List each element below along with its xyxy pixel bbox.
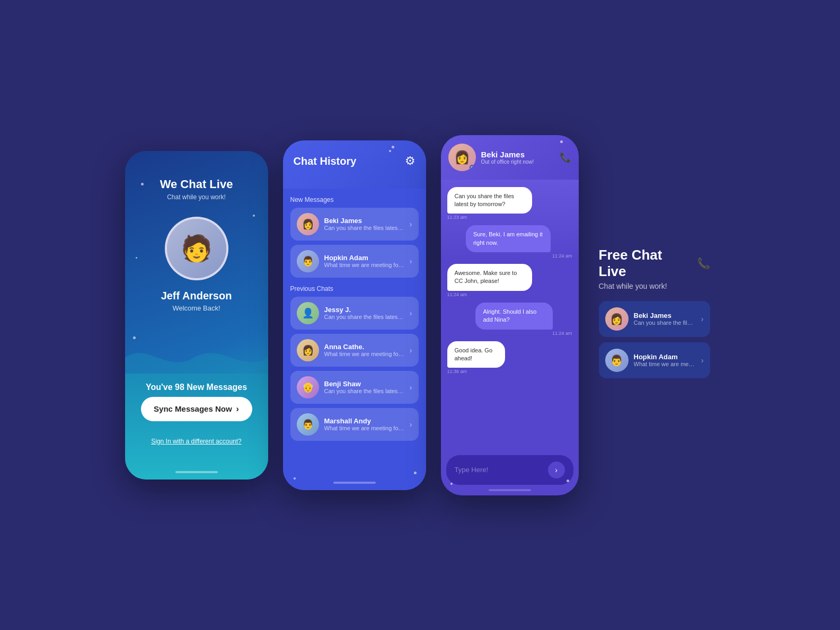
chat-item-marshall[interactable]: 👨 Marshall Andy What time we are meeting… [290, 408, 419, 441]
call-icon[interactable]: 📞 [560, 152, 571, 163]
hopkin-name: Hopkin Adam [324, 254, 404, 262]
deco-dot [253, 215, 255, 217]
chat-item-benji[interactable]: 👴 Benji Shaw Can you share the files lat… [290, 371, 419, 404]
user-name: Jeff Anderson [161, 290, 232, 302]
contact-avatar: 👩 [448, 144, 476, 171]
message-bubble: Alright. Should I also add Nina? [475, 303, 553, 330]
chevron-right-icon: › [410, 383, 412, 392]
avatar-image: 🧑 [167, 219, 226, 278]
user-avatar: 🧑 [165, 217, 228, 280]
scroll-indicator [333, 482, 376, 484]
sync-button-label: Sync Messages Now [154, 404, 232, 413]
contact-beki[interactable]: 👩 Beki James Can you share the files lat… [599, 301, 710, 337]
deco-dot [560, 140, 563, 143]
message-sent-2: Alright. Should I also add Nina? 11:24 a… [475, 303, 572, 338]
online-indicator [470, 165, 475, 170]
chevron-right-icon: › [410, 309, 412, 317]
chevron-right-icon: › [410, 420, 412, 429]
contact-info: Beki James Out of office right now! [481, 150, 554, 165]
jessy-name: Jessy J. [324, 306, 404, 314]
chat-item-beki[interactable]: 👩 Beki James Can you share the files lat… [290, 208, 419, 241]
hopkin-avatar: 👨 [297, 250, 319, 272]
chat-item-hopkin[interactable]: 👨 Hopkin Adam What time we are meeting f… [290, 245, 419, 278]
sync-arrow-icon: › [236, 404, 239, 414]
free-chat-title: Free Chat Live 📞 [599, 247, 710, 280]
settings-icon[interactable]: ⚙ [405, 154, 415, 168]
message-received-1: Can you share the files latest by tomorr… [447, 187, 554, 223]
scroll-indicator [175, 471, 218, 473]
chat-item-anna[interactable]: 👩 Anna Cathe. What time we are meeting f… [290, 334, 419, 367]
sign-in-link[interactable]: Sign In with a different account? [125, 438, 268, 445]
chat-view-header: 👩 Beki James Out of office right now! 📞 [441, 135, 579, 180]
app-title: We Chat Live [160, 178, 233, 191]
beki-name: Beki James [634, 312, 696, 320]
contact-hopkin[interactable]: 👨 Hopkin Adam What time we are meeting f… [599, 342, 710, 378]
hopkin-name: Hopkin Adam [634, 353, 696, 361]
message-list: Can you share the files latest by tomorr… [441, 180, 579, 451]
send-button[interactable]: › [548, 462, 565, 478]
chat-view-screen: 👩 Beki James Out of office right now! 📞 … [441, 135, 579, 495]
scroll-indicator [489, 489, 531, 491]
jessy-preview: Can you share the files latest by tomorr… [324, 314, 404, 320]
beki-preview: Can you share the files latest by tomorr… [634, 320, 696, 326]
deco-dot [414, 472, 417, 474]
wave-decoration [125, 342, 268, 374]
contact-status: Out of office right now! [481, 159, 554, 165]
anna-avatar: 👩 [297, 339, 319, 361]
message-bubble: Sure, Beki. I am emailing it right now. [466, 225, 551, 252]
anna-preview: What time we are meeting for lunch this … [324, 351, 404, 357]
beki-avatar: 👩 [297, 213, 319, 235]
free-chat-panel: Free Chat Live 📞 Chat while you work! 👩 … [594, 242, 715, 389]
message-input-placeholder[interactable]: Type Here! [455, 466, 489, 474]
chevron-right-icon: › [410, 220, 412, 228]
chat-history-screen: Chat History ⚙ New Messages 👩 Beki James… [283, 140, 426, 490]
deco-dot [133, 336, 136, 339]
marshall-info: Marshall Andy What time we are meeting f… [324, 417, 404, 431]
message-bubble: Good idea. Go ahead! [447, 341, 505, 368]
hopkin-preview: What time we are meeting for lunch this … [324, 262, 404, 268]
sync-button[interactable]: Sync Messages Now › [141, 397, 252, 421]
beki-info: Beki James Can you share the files lates… [324, 217, 404, 231]
chevron-right-icon: › [701, 356, 704, 365]
hopkin-info: Hopkin Adam What time we are meeting for… [634, 353, 696, 367]
deco-dot [389, 150, 391, 152]
benji-preview: Can you share the files latest by tomorr… [324, 388, 404, 394]
message-input-area: Type Here! › [446, 455, 573, 485]
contact-name: Beki James [481, 150, 554, 159]
previous-chats-label: Previous Chats [290, 285, 419, 292]
hopkin-preview: What time we are meeting for lunch this … [634, 361, 696, 367]
marshall-name: Marshall Andy [324, 417, 404, 425]
message-received-3: Good idea. Go ahead! 11:36 am [447, 341, 519, 377]
app-subtitle: Chat while you work! [167, 193, 226, 201]
message-time: 11:24 am [466, 253, 572, 259]
free-chat-subtitle: Chat while you work! [599, 282, 710, 290]
free-chat-title-text: Free Chat Live [599, 247, 693, 280]
hopkin-info: Hopkin Adam What time we are meeting for… [324, 254, 404, 268]
new-messages-count: You've 98 New Messages [125, 383, 268, 392]
deco-dot [392, 146, 394, 148]
hopkin-avatar: 👨 [605, 349, 629, 372]
message-time: 11:24 am [447, 292, 554, 297]
message-bubble: Can you share the files latest by tomorr… [447, 187, 532, 214]
deco-dot [294, 477, 296, 480]
anna-info: Anna Cathe. What time we are meeting for… [324, 343, 404, 357]
beki-info: Beki James Can you share the files lates… [634, 312, 696, 326]
chat-history-header: Chat History ⚙ [283, 140, 426, 189]
benji-info: Benji Shaw Can you share the files lates… [324, 380, 404, 394]
deco-dot [141, 183, 144, 185]
chevron-right-icon: › [410, 346, 412, 354]
chat-list: New Messages 👩 Beki James Can you share … [283, 189, 426, 490]
chevron-right-icon: › [410, 257, 412, 265]
benji-avatar: 👴 [297, 376, 319, 398]
message-time: 11:36 am [447, 369, 519, 374]
beki-preview: Can you share the files latest by tomorr… [324, 225, 404, 231]
chevron-right-icon: › [701, 315, 704, 323]
welcome-text: Welcome Back! [172, 304, 220, 312]
deco-dot [450, 483, 453, 485]
chat-item-jessy[interactable]: 👤 Jessy J. Can you share the files lates… [290, 297, 419, 330]
marshall-avatar: 👨 [297, 413, 319, 436]
new-messages-label: New Messages [290, 196, 419, 203]
message-time: 11:23 am [447, 215, 554, 220]
send-icon: › [555, 466, 558, 474]
anna-name: Anna Cathe. [324, 343, 404, 351]
